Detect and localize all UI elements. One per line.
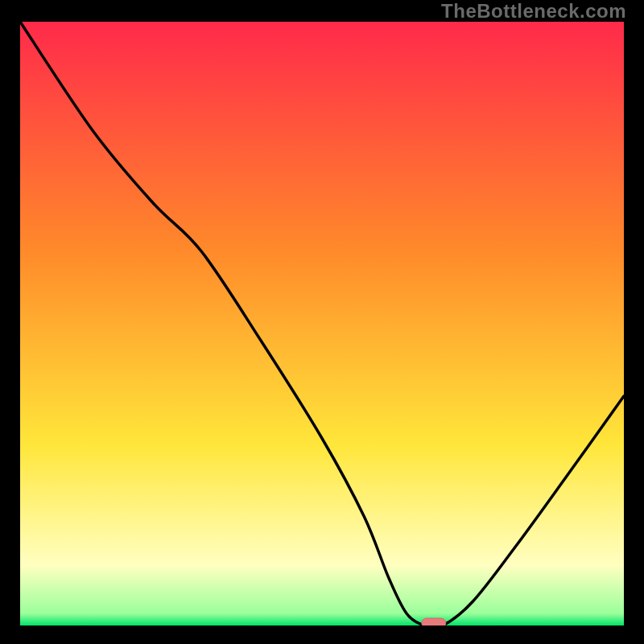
gradient-background	[20, 22, 624, 625]
optimal-marker	[422, 618, 446, 625]
plot-area	[20, 22, 624, 625]
watermark-text: TheBottleneck.com	[441, 0, 626, 23]
chart-svg	[20, 22, 624, 625]
chart-frame: TheBottleneck.com	[0, 0, 644, 644]
